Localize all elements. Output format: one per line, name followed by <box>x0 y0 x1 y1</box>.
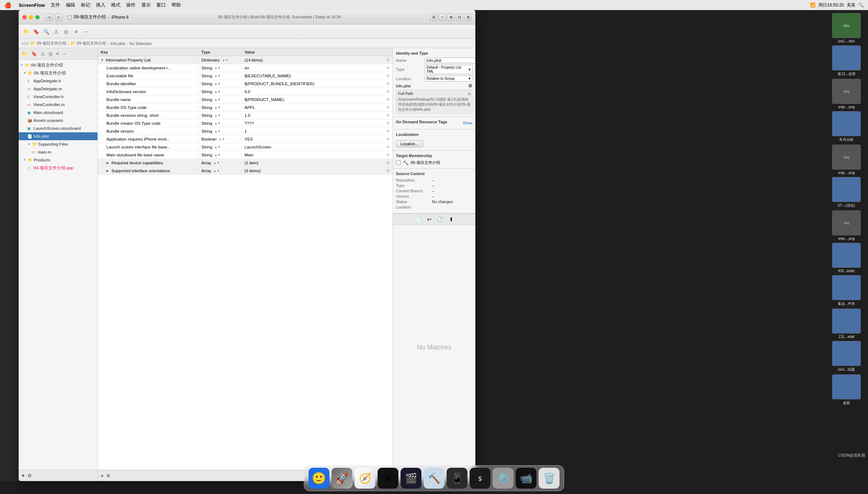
row-end-3[interactable]: ⊕ <box>387 81 390 86</box>
row-end-4[interactable]: ⊕ <box>387 89 390 94</box>
plist-row-11[interactable]: Launch screen interface file base... Str… <box>98 143 393 151</box>
tree-item-appdelegate-h[interactable]: h AppDelegate.h <box>19 77 97 85</box>
inspector-add-icon[interactable]: 📄 <box>415 216 421 222</box>
plist-row-2[interactable]: Executable file String ▲▼ $(EXECUTABLE_N… <box>98 72 393 80</box>
row-end-10[interactable]: ⊕ <box>387 137 390 141</box>
toolbar-search-btn[interactable]: 🔍 <box>42 27 50 36</box>
desktop-item-7[interactable]: png snip....png <box>828 210 864 241</box>
tree-item-products[interactable]: ▼ 📁 Products <box>19 156 97 164</box>
desktop-item-5[interactable]: png snip....png <box>828 145 864 175</box>
inspector-toggle-btn[interactable]: ⊟ <box>465 14 472 21</box>
plist-row-root[interactable]: ▼ Information Property List Dictionary ▲… <box>98 56 393 64</box>
menu-help[interactable]: 帮助 <box>172 2 181 8</box>
plist-type-1[interactable]: String ▲▼ <box>198 66 242 70</box>
row-end-13[interactable]: ⊕ <box>387 160 390 165</box>
plist-row-4[interactable]: InfoDictionary version String ▲▼ 6.0 ⊕ <box>98 88 393 96</box>
nav-bookmark-btn[interactable]: 🔖 <box>30 50 38 57</box>
row-end-9[interactable]: ⊕ <box>387 129 390 133</box>
row-end-5[interactable]: ⊕ <box>387 97 390 102</box>
plist-row-7[interactable]: Bundle versions string, short String ▲▼ … <box>98 111 393 119</box>
tree-item-viewcontroller-h[interactable]: h ViewController.h <box>19 93 97 101</box>
dock-finder[interactable]: 🙂 <box>309 468 329 489</box>
row-end-14[interactable]: ⊕ <box>387 168 390 173</box>
plist-type-14[interactable]: Array ▲▼ <box>198 169 242 173</box>
menu-file[interactable]: 文件 <box>51 2 60 8</box>
expand-14[interactable]: ▶ <box>106 169 110 173</box>
desktop-item-3[interactable]: png snip....png <box>828 79 864 109</box>
plist-type-8[interactable]: String ▲▼ <box>198 121 242 125</box>
full-path-refresh-icon[interactable]: ↻ <box>468 92 471 97</box>
plist-type-13[interactable]: Array ▲▼ <box>198 161 242 165</box>
menu-window[interactable]: 窗口 <box>156 2 166 8</box>
tree-item-root[interactable]: ▼ 📁 09-项目文件介绍 <box>19 61 97 69</box>
menu-edit[interactable]: 编辑 <box>66 2 75 8</box>
desktop-item-10[interactable]: ZJL...etail <box>828 308 864 339</box>
plist-type-3[interactable]: String ▲▼ <box>198 82 242 86</box>
plist-row-10[interactable]: Application requires iPhone envir... Boo… <box>98 135 393 143</box>
plist-type-5[interactable]: String ▲▼ <box>198 97 242 102</box>
plist-row-12[interactable]: Main storyboard file base name String ▲▼… <box>98 151 393 159</box>
row-end-11[interactable]: ⊕ <box>387 145 390 149</box>
row-end-root[interactable]: ⊕ <box>387 58 390 62</box>
breadcrumb-item-4[interactable]: No Selection <box>129 41 152 46</box>
breadcrumb-item-1[interactable]: 📁 09-项目文件介绍 <box>30 41 66 46</box>
plist-type-7[interactable]: String ▲▼ <box>198 113 242 118</box>
tree-item-appdelegate-m[interactable]: m AppDelegate.m <box>19 85 97 93</box>
toolbar-warning-btn[interactable]: ⚠ <box>52 27 60 36</box>
tree-item-main-storyboard[interactable]: ◼ Main.storyboard <box>19 109 97 116</box>
nav-list-btn[interactable]: ≡ <box>55 50 60 57</box>
desktop-item-4[interactable]: 车丹分析 <box>828 111 864 142</box>
file-settings-icon[interactable]: ⚙ <box>468 83 472 88</box>
row-end-8[interactable]: ⊕ <box>387 121 390 125</box>
plist-row-14[interactable]: ▶ Supported interface orientations Array… <box>98 167 393 175</box>
plist-row-8[interactable]: Bundle creator OS Type code String ▲▼ ??… <box>98 119 393 127</box>
breadcrumb-nav-next[interactable]: ▷ <box>26 41 29 46</box>
inspector-name-input[interactable] <box>425 58 475 63</box>
back-btn[interactable]: ◁ <box>45 14 52 21</box>
breadcrumb-nav-prev[interactable]: ◁ <box>22 41 24 46</box>
desktop-item-8[interactable]: KSI...aster <box>828 243 864 273</box>
menu-mark[interactable]: 标记 <box>81 2 90 8</box>
plist-type-4[interactable]: String ▲▼ <box>198 90 242 94</box>
plist-type-11[interactable]: String ▲▼ <box>198 145 242 149</box>
plist-row-6[interactable]: Bundle OS Type code String ▲▼ APPL ⊕ <box>98 104 393 111</box>
breadcrumb-item-3[interactable]: Info.plist <box>110 41 125 46</box>
desktop-item-12[interactable]: 桌面 <box>828 374 864 406</box>
toolbar-back-btn[interactable]: ← <box>82 27 91 36</box>
forward-btn[interactable]: ▷ <box>55 14 63 21</box>
inspector-clock-icon[interactable]: 🕐 <box>437 216 443 222</box>
menu-actions[interactable]: 操作 <box>126 2 136 8</box>
dock-terminal[interactable]: $ <box>470 468 490 489</box>
desktop-item-11[interactable]: ios1...试题 <box>828 341 864 372</box>
row-end-6[interactable]: ⊕ <box>387 105 390 110</box>
tree-item-launch-storyboard[interactable]: ◼ LaunchScreen.storyboard <box>19 124 97 132</box>
minimize-button[interactable] <box>29 15 33 19</box>
row-end-7[interactable]: ⊕ <box>387 113 390 118</box>
dock-screenflow[interactable]: 🎬 <box>401 468 421 489</box>
menu-font[interactable]: 格式 <box>111 2 120 8</box>
plist-type-12[interactable]: String ▲▼ <box>198 153 242 157</box>
tree-item-main-m[interactable]: m main.m <box>19 148 97 156</box>
plist-row-13[interactable]: ▶ Required device capabilities Array ▲▼ … <box>98 159 393 167</box>
tree-item-app[interactable]: ⬡ 09-项目文件介绍.app <box>19 164 97 172</box>
row-end-1[interactable]: ⊕ <box>387 65 390 70</box>
tree-item-subfolder[interactable]: ▼ 📁 09-项目文件介绍 <box>19 69 97 77</box>
dock-mouse[interactable]: 🖱 <box>378 468 398 489</box>
dock-launchpad[interactable]: 🚀 <box>332 468 352 489</box>
sidebar-toggle-btn[interactable]: ☰ <box>430 14 437 21</box>
spotlight-icon[interactable]: 🔍 <box>858 3 864 8</box>
plist-type-root[interactable]: Dictionary ▲▼ <box>198 58 242 62</box>
inspector-back-icon[interactable]: ↩ <box>427 216 431 222</box>
inspector-type-dropdown[interactable]: Default - Property List XML ▾ <box>425 65 472 74</box>
app-name[interactable]: ScreenFlow <box>19 3 45 8</box>
dock-instruments[interactable]: 📱 <box>447 468 467 489</box>
tree-item-info-plist[interactable]: 📄 Info.plist <box>19 132 97 140</box>
menu-insert[interactable]: 插入 <box>96 2 105 8</box>
target-checkbox[interactable] <box>396 160 401 165</box>
toolbar-bookmark-btn[interactable]: 🔖 <box>32 27 40 36</box>
layout-btn1[interactable]: □ <box>439 14 446 21</box>
plist-type-9[interactable]: String ▲▼ <box>198 129 242 133</box>
tree-item-supporting-files[interactable]: ▼ 📁 Supporting Files <box>19 140 97 148</box>
desktop-item-9[interactable]: 集会...件夹 <box>828 275 864 306</box>
localize-button[interactable]: Localize... <box>396 140 423 147</box>
